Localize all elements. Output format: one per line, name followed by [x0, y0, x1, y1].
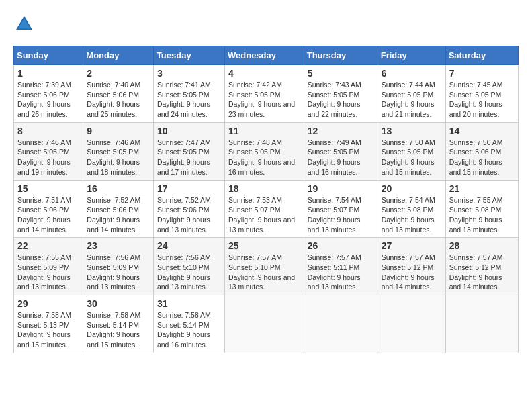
day-cell: 7 Sunrise: 7:45 AMSunset: 5:05 PMDayligh… — [445, 65, 518, 123]
day-number: 17 — [157, 183, 221, 194]
day-cell: 27 Sunrise: 7:57 AMSunset: 5:12 PMDaylig… — [378, 238, 445, 295]
day-info: Sunrise: 7:39 AMSunset: 5:06 PMDaylight:… — [17, 80, 79, 120]
day-info: Sunrise: 7:40 AMSunset: 5:06 PMDaylight:… — [87, 80, 150, 120]
day-info: Sunrise: 7:55 AMSunset: 5:08 PMDaylight:… — [449, 195, 515, 235]
day-info: Sunrise: 7:57 AMSunset: 5:10 PMDaylight:… — [228, 253, 300, 292]
day-info: Sunrise: 7:47 AMSunset: 5:05 PMDaylight:… — [157, 138, 221, 177]
day-number: 20 — [382, 183, 442, 194]
day-number: 27 — [382, 240, 442, 251]
day-info: Sunrise: 7:50 AMSunset: 5:06 PMDaylight:… — [449, 138, 515, 177]
week-row-1: 1 Sunrise: 7:39 AMSunset: 5:06 PMDayligh… — [14, 65, 519, 123]
day-number: 12 — [308, 126, 374, 136]
day-info: Sunrise: 7:49 AMSunset: 5:05 PMDaylight:… — [308, 138, 374, 177]
calendar-table: SundayMondayTuesdayWednesdayThursdayFrid… — [13, 46, 519, 353]
day-number: 29 — [17, 298, 79, 309]
day-number: 19 — [308, 183, 374, 194]
day-cell: 6 Sunrise: 7:44 AMSunset: 5:05 PMDayligh… — [378, 65, 445, 123]
day-info: Sunrise: 7:44 AMSunset: 5:05 PMDaylight:… — [382, 80, 442, 120]
day-number: 30 — [87, 298, 150, 309]
day-number: 31 — [157, 298, 221, 309]
day-cell: 13 Sunrise: 7:50 AMSunset: 5:05 PMDaylig… — [378, 122, 445, 180]
day-number: 26 — [308, 240, 374, 251]
day-info: Sunrise: 7:51 AMSunset: 5:06 PMDaylight:… — [17, 195, 79, 235]
day-cell: 22 Sunrise: 7:55 AMSunset: 5:09 PMDaylig… — [14, 238, 83, 295]
day-info: Sunrise: 7:46 AMSunset: 5:05 PMDaylight:… — [87, 138, 150, 177]
day-cell: 1 Sunrise: 7:39 AMSunset: 5:06 PMDayligh… — [14, 65, 83, 123]
day-info: Sunrise: 7:57 AMSunset: 5:12 PMDaylight:… — [449, 253, 515, 292]
day-cell: 3 Sunrise: 7:41 AMSunset: 5:05 PMDayligh… — [153, 65, 224, 123]
day-number: 13 — [382, 126, 442, 136]
day-cell — [445, 295, 518, 353]
day-cell: 31 Sunrise: 7:58 AMSunset: 5:14 PMDaylig… — [153, 295, 224, 353]
day-number: 5 — [308, 68, 374, 79]
day-info: Sunrise: 7:46 AMSunset: 5:05 PMDaylight:… — [17, 138, 79, 177]
day-info: Sunrise: 7:54 AMSunset: 5:07 PMDaylight:… — [308, 195, 374, 235]
day-cell: 14 Sunrise: 7:50 AMSunset: 5:06 PMDaylig… — [445, 122, 518, 180]
day-number: 9 — [87, 126, 150, 136]
day-cell: 18 Sunrise: 7:53 AMSunset: 5:07 PMDaylig… — [224, 180, 304, 238]
day-cell: 12 Sunrise: 7:49 AMSunset: 5:05 PMDaylig… — [304, 122, 378, 180]
day-cell: 29 Sunrise: 7:58 AMSunset: 5:13 PMDaylig… — [14, 295, 83, 353]
day-info: Sunrise: 7:43 AMSunset: 5:05 PMDaylight:… — [308, 80, 374, 120]
day-number: 8 — [17, 126, 79, 136]
day-cell: 8 Sunrise: 7:46 AMSunset: 5:05 PMDayligh… — [14, 122, 83, 180]
day-header-friday: Friday — [378, 46, 445, 65]
day-cell: 25 Sunrise: 7:57 AMSunset: 5:10 PMDaylig… — [224, 238, 304, 295]
week-row-2: 8 Sunrise: 7:46 AMSunset: 5:05 PMDayligh… — [14, 122, 519, 180]
day-number: 25 — [228, 240, 300, 251]
day-cell: 5 Sunrise: 7:43 AMSunset: 5:05 PMDayligh… — [304, 65, 378, 123]
day-cell — [304, 295, 378, 353]
day-info: Sunrise: 7:56 AMSunset: 5:09 PMDaylight:… — [87, 253, 150, 292]
day-cell: 19 Sunrise: 7:54 AMSunset: 5:07 PMDaylig… — [304, 180, 378, 238]
day-cell: 21 Sunrise: 7:55 AMSunset: 5:08 PMDaylig… — [445, 180, 518, 238]
week-row-5: 29 Sunrise: 7:58 AMSunset: 5:13 PMDaylig… — [14, 295, 519, 353]
day-number: 23 — [87, 240, 150, 251]
day-cell: 15 Sunrise: 7:51 AMSunset: 5:06 PMDaylig… — [14, 180, 83, 238]
day-cell: 2 Sunrise: 7:40 AMSunset: 5:06 PMDayligh… — [83, 65, 154, 123]
days-header-row: SundayMondayTuesdayWednesdayThursdayFrid… — [14, 46, 519, 65]
day-cell — [224, 295, 304, 353]
day-info: Sunrise: 7:58 AMSunset: 5:13 PMDaylight:… — [17, 310, 79, 350]
week-row-4: 22 Sunrise: 7:55 AMSunset: 5:09 PMDaylig… — [14, 238, 519, 295]
day-info: Sunrise: 7:45 AMSunset: 5:05 PMDaylight:… — [449, 80, 515, 120]
day-cell: 17 Sunrise: 7:52 AMSunset: 5:06 PMDaylig… — [153, 180, 224, 238]
day-info: Sunrise: 7:58 AMSunset: 5:14 PMDaylight:… — [87, 310, 150, 350]
day-number: 3 — [157, 68, 221, 79]
day-info: Sunrise: 7:57 AMSunset: 5:12 PMDaylight:… — [382, 253, 442, 292]
header — [13, 13, 519, 35]
day-number: 18 — [228, 183, 300, 194]
day-number: 4 — [228, 68, 300, 79]
logo — [13, 13, 38, 35]
day-header-sunday: Sunday — [14, 46, 83, 65]
day-number: 10 — [157, 126, 221, 136]
day-header-wednesday: Wednesday — [224, 46, 304, 65]
day-cell: 28 Sunrise: 7:57 AMSunset: 5:12 PMDaylig… — [445, 238, 518, 295]
day-info: Sunrise: 7:42 AMSunset: 5:05 PMDaylight:… — [228, 80, 300, 120]
day-number: 16 — [87, 183, 150, 194]
day-header-tuesday: Tuesday — [153, 46, 224, 65]
day-number: 7 — [449, 68, 515, 79]
day-info: Sunrise: 7:57 AMSunset: 5:11 PMDaylight:… — [308, 253, 374, 292]
day-cell: 20 Sunrise: 7:54 AMSunset: 5:08 PMDaylig… — [378, 180, 445, 238]
day-cell: 4 Sunrise: 7:42 AMSunset: 5:05 PMDayligh… — [224, 65, 304, 123]
day-cell: 30 Sunrise: 7:58 AMSunset: 5:14 PMDaylig… — [83, 295, 154, 353]
day-header-monday: Monday — [83, 46, 154, 65]
day-number: 28 — [449, 240, 515, 251]
day-cell: 10 Sunrise: 7:47 AMSunset: 5:05 PMDaylig… — [153, 122, 224, 180]
week-row-3: 15 Sunrise: 7:51 AMSunset: 5:06 PMDaylig… — [14, 180, 519, 238]
day-number: 2 — [87, 68, 150, 79]
day-cell: 11 Sunrise: 7:48 AMSunset: 5:05 PMDaylig… — [224, 122, 304, 180]
day-info: Sunrise: 7:52 AMSunset: 5:06 PMDaylight:… — [157, 195, 221, 235]
day-cell: 24 Sunrise: 7:56 AMSunset: 5:10 PMDaylig… — [153, 238, 224, 295]
day-number: 11 — [228, 126, 300, 136]
day-cell — [378, 295, 445, 353]
day-cell: 9 Sunrise: 7:46 AMSunset: 5:05 PMDayligh… — [83, 122, 154, 180]
day-number: 21 — [449, 183, 515, 194]
day-cell: 26 Sunrise: 7:57 AMSunset: 5:11 PMDaylig… — [304, 238, 378, 295]
day-info: Sunrise: 7:50 AMSunset: 5:05 PMDaylight:… — [382, 138, 442, 177]
day-number: 14 — [449, 126, 515, 136]
day-number: 15 — [17, 183, 79, 194]
day-info: Sunrise: 7:56 AMSunset: 5:10 PMDaylight:… — [157, 253, 221, 292]
day-header-saturday: Saturday — [445, 46, 518, 65]
day-info: Sunrise: 7:58 AMSunset: 5:14 PMDaylight:… — [157, 310, 221, 350]
